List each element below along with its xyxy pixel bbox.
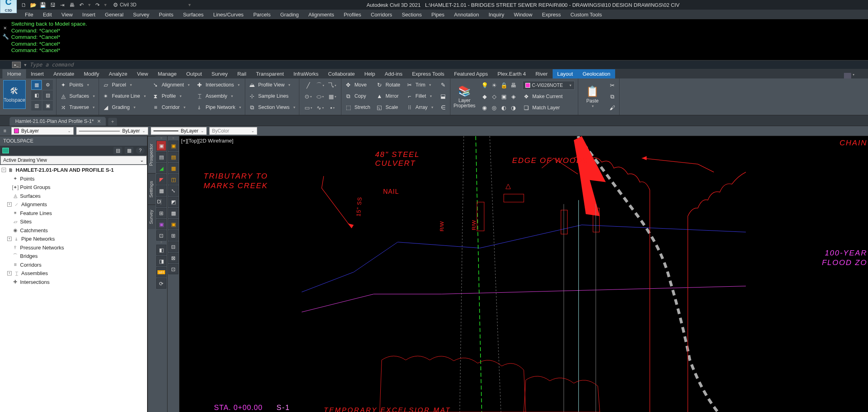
rect-icon[interactable]: ▭▾ — [303, 102, 314, 113]
tree-node-point-groups[interactable]: [✦]Point Groups — [0, 183, 147, 192]
command-window[interactable]: ✕ 🔧 Switching back to Model space. Comma… — [0, 19, 868, 60]
tree-node-sites[interactable]: ▱Sites — [0, 217, 147, 226]
vtab-survey[interactable]: Survey — [148, 205, 155, 229]
erase-icon[interactable]: ✎ — [440, 82, 447, 88]
prospector-tree[interactable]: −🗎HAMLET-21.01-PLAN AND PROFILE S-1 ✦Poi… — [0, 165, 147, 412]
point-icon[interactable]: ▪▾ — [327, 102, 338, 113]
print-icon[interactable]: 🖶 — [68, 1, 75, 8]
tb-icon[interactable]: ⊡ — [168, 264, 178, 274]
doc-tab[interactable]: Hamlet-21.01-Plan And Profile S-1* ✕ — [10, 117, 106, 126]
line-icon[interactable]: ╱ — [303, 80, 314, 90]
open-icon[interactable]: 📂 — [30, 1, 37, 8]
color-combo[interactable]: ByLayer⌄ — [11, 127, 74, 135]
ts-icon[interactable] — [2, 148, 9, 153]
tree-node-surfaces[interactable]: ◬Surfaces — [0, 192, 147, 201]
tb-icon[interactable]: ▩ — [168, 208, 178, 218]
tb-icon[interactable]: ▤ — [168, 152, 178, 162]
menu-view[interactable]: View — [57, 10, 77, 19]
tb-icon[interactable]: ◢ — [156, 163, 166, 173]
close-icon[interactable]: ✕ — [3, 25, 7, 32]
tab-express[interactable]: Express Tools — [407, 69, 449, 78]
menu-sections[interactable]: Sections — [397, 10, 427, 19]
menu-parcels[interactable]: Parcels — [248, 10, 275, 19]
tb-icon[interactable]: ◤ — [156, 174, 166, 185]
pipe-network-button[interactable]: ⫰Pipe Network▼ — [196, 102, 242, 112]
toolspace-button[interactable]: 🛠 Toolspace — [3, 80, 26, 109]
undo-icon[interactable]: ↶ — [78, 1, 85, 8]
make-current-button[interactable]: ❖Make Current — [523, 92, 575, 101]
tree-node-pipe-networks[interactable]: +⫰Pipe Networks — [0, 235, 147, 243]
lineweight-combo[interactable]: ByLayer⌄ — [151, 127, 207, 135]
props-icon[interactable]: ≡ — [1, 128, 9, 134]
menu-edit[interactable]: Edit — [38, 10, 57, 19]
save-icon[interactable]: 💾 — [39, 1, 46, 8]
tree-node-catchments[interactable]: ◉Catchments — [0, 226, 147, 235]
scale-button[interactable]: ◱Scale — [376, 102, 400, 112]
menu-survey[interactable]: Survey — [128, 10, 154, 19]
workspace-dropdown[interactable]: ⚙ Civil 3D ▾ — [111, 2, 194, 8]
tab-rail[interactable]: Rail — [232, 69, 251, 78]
tb-icon[interactable]: ▣ — [156, 219, 166, 229]
tb-icon[interactable]: ▦ — [156, 185, 166, 196]
menu-profiles[interactable]: Profiles — [339, 10, 366, 19]
linetype-combo[interactable]: ByLayer⌄ — [76, 127, 148, 135]
palette-btn[interactable]: ◧ — [31, 90, 42, 100]
ribbon-collapse-icon[interactable] — [844, 73, 851, 78]
menu-surfaces[interactable]: Surfaces — [178, 10, 208, 19]
menu-grading[interactable]: Grading — [275, 10, 303, 19]
tab-help[interactable]: Help — [359, 69, 380, 78]
tree-node-pressure-networks[interactable]: ⫯Pressure Networks — [0, 243, 147, 252]
spline-icon[interactable]: ∿▾ — [315, 102, 326, 113]
alignment-button[interactable]: ➘Alignment▼ — [152, 80, 190, 90]
paste-button[interactable]: 📋 Paste▼ — [581, 80, 603, 113]
array-button[interactable]: ⁝⁝Array▼ — [406, 102, 434, 112]
tab-insert[interactable]: Insert — [26, 69, 49, 78]
tree-node-assemblies[interactable]: +⌶Assemblies — [0, 269, 147, 278]
tree-node-alignments[interactable]: +⟋Alignments — [0, 200, 147, 209]
vtab-prospector[interactable]: Prospector — [148, 136, 155, 173]
tb-icon[interactable]: wH — [156, 267, 166, 277]
redo-icon[interactable]: ↷ — [94, 1, 101, 8]
menu-corridors[interactable]: Corridors — [366, 10, 397, 19]
copy-button[interactable]: ⧉Copy — [345, 91, 370, 101]
tb-icon[interactable]: ⊟ — [168, 241, 178, 252]
tab-analyze[interactable]: Analyze — [104, 69, 132, 78]
explode-icon[interactable]: ⬓ — [440, 93, 447, 99]
polyline-icon[interactable]: ⺄▾ — [327, 80, 338, 90]
stretch-button[interactable]: ⬚Stretch — [345, 102, 370, 112]
match-prop-icon[interactable]: 🖌 — [609, 105, 616, 111]
tb-icon[interactable]: ▦ — [168, 163, 178, 173]
menu-lines[interactable]: Lines/Curves — [208, 10, 248, 19]
close-tab-icon[interactable]: ✕ — [97, 119, 101, 124]
layer-icon[interactable]: ◇ — [491, 93, 498, 100]
tb-icon[interactable]: ◩ — [168, 197, 178, 207]
menu-general[interactable]: General — [100, 10, 128, 19]
plotstyle-combo[interactable]: ByColor⌄ — [209, 127, 257, 135]
feature-line-button[interactable]: ✴Feature Line▼ — [102, 91, 146, 101]
layer-icon[interactable]: ◆ — [481, 93, 488, 100]
palette-btn[interactable]: ▣ — [42, 101, 53, 111]
layer-icon[interactable]: ◎ — [491, 105, 498, 111]
ts-btn[interactable]: ▤ — [113, 147, 122, 154]
tb-icon[interactable]: ◨ — [156, 256, 166, 266]
menu-window[interactable]: Window — [509, 10, 537, 19]
surfaces-button[interactable]: ◬Surfaces▼ — [60, 91, 95, 101]
tab-layout[interactable]: Layout — [553, 69, 578, 78]
saveas-icon[interactable]: 🖫 — [49, 1, 56, 8]
tab-collaborate[interactable]: Collaborate — [323, 69, 360, 78]
add-tab-button[interactable]: + — [108, 118, 117, 126]
tb-icon[interactable]: ⟳ — [156, 278, 166, 289]
palette-btn[interactable]: ⚙ — [42, 80, 53, 90]
tb-icon[interactable]: ▣ — [168, 141, 178, 151]
menu-annotation[interactable]: Annotation — [449, 10, 484, 19]
tree-node-intersections[interactable]: ✚Intersections — [0, 278, 147, 287]
fillet-button[interactable]: ⌐Fillet▼ — [406, 91, 434, 101]
palette-btn[interactable]: ▤ — [42, 90, 53, 100]
layer-icon[interactable]: ◐ — [500, 105, 507, 111]
arc-icon[interactable]: ⌒▾ — [315, 80, 326, 90]
sample-lines-button[interactable]: ⊹Sample Lines — [248, 91, 296, 101]
lock-icon[interactable]: 🔒 — [500, 82, 507, 88]
cmd-prompt-icon[interactable]: ▸_ — [12, 62, 21, 68]
plot-icon[interactable]: 🖶 — [510, 82, 517, 88]
bulb-icon[interactable]: 💡 — [481, 82, 488, 88]
